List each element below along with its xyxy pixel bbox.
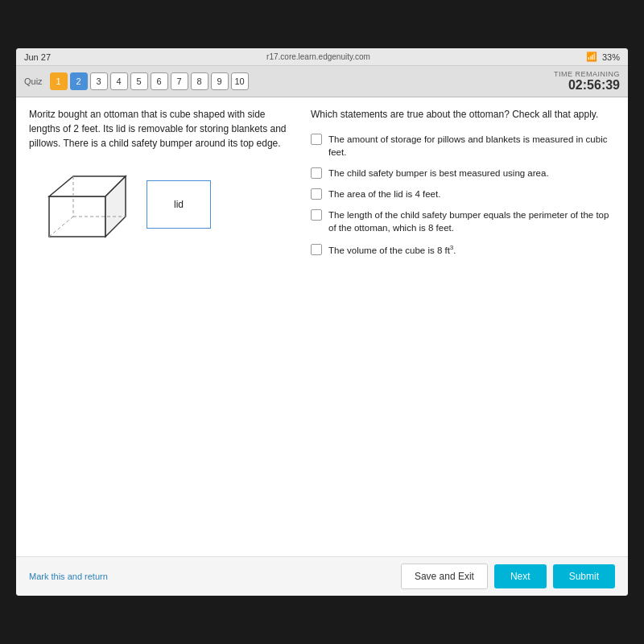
- submit-button[interactable]: Submit: [553, 564, 615, 588]
- time-label: TIME REMAINING: [554, 70, 620, 78]
- right-column: Which statements are true about the otto…: [311, 107, 615, 547]
- footer-bar: Mark this and return Save and Exit Next …: [16, 556, 628, 596]
- question-btn-5[interactable]: 5: [130, 72, 148, 90]
- option-5[interactable]: The volume of the cube is 8 ft3.: [311, 243, 615, 257]
- quiz-nav-bar: Quiz 1 2 3 4 5 6 7 8 9 10 TIME REMAINING…: [16, 66, 628, 97]
- question-btn-2[interactable]: 2: [70, 72, 88, 90]
- date-label: Jun 27: [24, 52, 51, 62]
- question-btn-4[interactable]: 4: [110, 72, 128, 90]
- status-left: Jun 27: [24, 52, 51, 62]
- content-body: Moritz bought an ottoman that is cube sh…: [29, 107, 615, 547]
- checkbox-3[interactable]: [311, 188, 322, 200]
- checkbox-5[interactable]: [311, 244, 322, 255]
- url-label: r17.core.learn.edgenuity.com: [266, 52, 370, 61]
- options-list: The amount of storage for pillows and bl…: [311, 133, 615, 256]
- option-3-text: The area of the lid is 4 feet.: [328, 188, 440, 200]
- cube-illustration: [29, 160, 134, 249]
- question-btn-3[interactable]: 3: [90, 72, 108, 90]
- option-1-text: The amount of storage for pillows and bl…: [328, 133, 615, 159]
- option-5-text: The volume of the cube is 8 ft3.: [328, 243, 456, 257]
- option-2-text: The child safety bumper is best measured…: [328, 167, 549, 180]
- question-btn-7[interactable]: 7: [171, 72, 188, 90]
- option-4-text: The length of the child safety bumper eq…: [328, 208, 615, 234]
- question-btn-9[interactable]: 9: [211, 72, 229, 90]
- question-btn-10[interactable]: 10: [231, 72, 249, 90]
- next-button[interactable]: Next: [494, 564, 547, 588]
- main-content: Moritz bought an ottoman that is cube sh…: [16, 97, 628, 556]
- status-bar: Jun 27 r17.core.learn.edgenuity.com 📶 33…: [16, 48, 628, 66]
- quiz-label: Quiz: [24, 76, 43, 86]
- right-question-text: Which statements are true about the otto…: [311, 107, 615, 122]
- option-3[interactable]: The area of the lid is 4 feet.: [311, 188, 615, 200]
- time-value: 02:56:39: [554, 78, 620, 93]
- wifi-icon: 📶: [586, 52, 597, 62]
- timer-box: TIME REMAINING 02:56:39: [554, 70, 620, 93]
- option-4[interactable]: The length of the child safety bumper eq…: [311, 208, 615, 234]
- wifi-percent: 33%: [602, 52, 620, 62]
- status-right: 📶 33%: [586, 52, 620, 62]
- save-exit-button[interactable]: Save and Exit: [401, 564, 488, 589]
- left-column: Moritz bought an ottoman that is cube sh…: [29, 107, 295, 547]
- lid-label: lid: [174, 199, 184, 210]
- problem-text: Moritz bought an ottoman that is cube sh…: [29, 107, 295, 151]
- checkbox-1[interactable]: [311, 134, 322, 145]
- option-2[interactable]: The child safety bumper is best measured…: [311, 167, 615, 180]
- question-btn-1[interactable]: 1: [50, 72, 68, 90]
- question-buttons-group: Quiz 1 2 3 4 5 6 7 8 9 10: [24, 72, 249, 90]
- cube-diagram: lid: [29, 160, 295, 249]
- checkbox-2[interactable]: [311, 167, 322, 179]
- question-btn-8[interactable]: 8: [191, 72, 208, 90]
- question-btn-6[interactable]: 6: [151, 72, 168, 90]
- mark-return-link[interactable]: Mark this and return: [29, 572, 108, 581]
- checkbox-4[interactable]: [311, 209, 322, 221]
- footer-buttons: Save and Exit Next Submit: [401, 564, 615, 589]
- option-1[interactable]: The amount of storage for pillows and bl…: [311, 133, 615, 159]
- lid-illustration: lid: [147, 180, 211, 229]
